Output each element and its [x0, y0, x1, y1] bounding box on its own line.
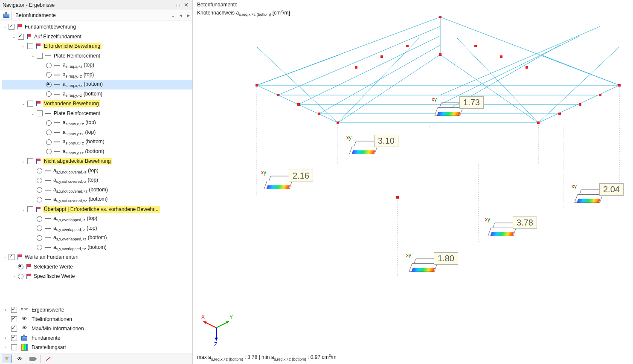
flag-icon — [17, 24, 23, 30]
camera-button[interactable] — [27, 355, 38, 363]
checkbox[interactable] — [27, 43, 33, 49]
tree-o4[interactable]: as,y,overlapped,+z (bottom) — [2, 243, 192, 253]
twisty-icon[interactable]: ⌄ — [30, 54, 36, 58]
tree-label: as,req,y,+z (bottom) — [62, 91, 102, 98]
pen-button[interactable] — [43, 355, 53, 363]
tree-n1[interactable]: as,x,not covered,-z (top) — [2, 166, 192, 176]
radio[interactable] — [46, 82, 52, 87]
twisty-icon[interactable]: ⌄ — [11, 35, 17, 39]
radio[interactable] — [37, 235, 42, 241]
radio[interactable] — [37, 216, 42, 222]
opt-ergebnis[interactable]: › x.xx Ergebniswerte — [0, 305, 192, 315]
tree-r1[interactable]: as,req,x,+z (top) — [2, 61, 192, 70]
twisty-icon[interactable]: › — [3, 345, 9, 350]
tree-n3[interactable]: as,x,not covered,+z (bottom) — [2, 185, 192, 195]
eye-button[interactable]: 👁 — [15, 355, 25, 363]
results-tree[interactable]: ⌄ Fundamentbewehrung ⌄ Auf Einzelfundame… — [0, 20, 192, 304]
twisty-icon[interactable]: › — [11, 274, 17, 278]
radio[interactable] — [46, 72, 52, 78]
flag-icon — [35, 43, 41, 49]
tree-o3[interactable]: as,x,overlapped,+z (bottom) — [2, 233, 192, 243]
checkbox[interactable] — [11, 316, 17, 322]
line-icon — [44, 215, 51, 222]
navigator-type-dropdown[interactable]: Betonfundamente ⌄ ◂ ▸ — [0, 10, 192, 20]
tree-n4[interactable]: as,y,not covered,+z (bottom) — [2, 195, 192, 205]
tree-label: Auf Einzelfundament — [33, 34, 81, 40]
twisty-icon[interactable]: ⌄ — [20, 159, 26, 163]
tree-vorhandene[interactable]: ⌄ Vorhandene Bewehrung — [2, 99, 192, 109]
tree-p4[interactable]: as,prov,y,+z (bottom) — [2, 147, 192, 157]
checkbox[interactable] — [27, 158, 33, 164]
tree-r4[interactable]: as,req,y,+z (bottom) — [2, 90, 192, 99]
opt-fundamente[interactable]: › Fundamente — [0, 333, 192, 343]
radio[interactable] — [46, 91, 52, 97]
tree-o2[interactable]: as,y,overlapped,-z (top) — [2, 224, 192, 234]
tree-plate1[interactable]: ⌄ Plate Reinforcement — [2, 51, 192, 61]
tree-werte[interactable]: ⌄ Werte an Fundamenten — [2, 252, 192, 262]
opt-darstellung[interactable]: › Darstellungsart — [0, 343, 192, 352]
chevron-down-icon[interactable]: ⌄ — [169, 12, 177, 18]
radio[interactable] — [18, 274, 23, 279]
tree-label: as,req,x,+z (bottom) — [62, 81, 103, 88]
tree-erforderliche[interactable]: ⌄ Erforderliche Bewehrung — [2, 41, 192, 51]
tree-nicht[interactable]: ⌄ Nicht abgedeckte Bewehrung — [2, 156, 192, 166]
twisty-icon[interactable]: ⌄ — [20, 101, 26, 106]
checkbox[interactable] — [11, 307, 17, 313]
pointer-button[interactable] — [2, 355, 12, 363]
radio[interactable] — [46, 130, 52, 135]
checkbox[interactable] — [11, 326, 17, 332]
checkbox[interactable] — [11, 335, 17, 341]
flag-icon — [26, 273, 32, 279]
checkbox[interactable] — [27, 101, 33, 107]
checkbox[interactable] — [37, 53, 43, 59]
twisty-icon[interactable]: ⌄ — [20, 207, 26, 211]
checkbox[interactable] — [9, 24, 15, 30]
flag-icon — [26, 264, 32, 270]
radio[interactable] — [37, 245, 42, 250]
tree-spez[interactable]: › Spezifische Werte — [2, 272, 192, 281]
tree-auf-einzel[interactable]: ⌄ Auf Einzelfundament — [2, 32, 192, 42]
tree-plate2[interactable]: ⌄ Plate Reinforcement — [2, 109, 192, 118]
model-viewport[interactable]: Betonfundamente Knotennachweis as,req,x,… — [193, 0, 633, 364]
checkbox[interactable] — [9, 254, 15, 260]
checkbox[interactable] — [11, 344, 17, 350]
twisty-icon[interactable]: ⌄ — [2, 25, 8, 29]
radio[interactable] — [46, 63, 52, 68]
opt-label: Titelinformationen — [31, 316, 72, 322]
opt-titel[interactable]: 👁 Titelinformationen — [0, 315, 192, 324]
radio[interactable] — [37, 187, 42, 193]
radio[interactable] — [46, 139, 52, 145]
close-icon[interactable]: ✕ — [182, 1, 190, 9]
twisty-icon[interactable]: ⌄ — [2, 255, 8, 259]
line-icon — [54, 81, 61, 88]
twisty-icon[interactable]: ⌄ — [30, 111, 36, 116]
checkbox[interactable] — [27, 206, 33, 212]
tree-ueberlappt[interactable]: ⌄ Überlappt | Erforderliche vs. vorhande… — [2, 205, 192, 214]
radio[interactable] — [37, 197, 42, 202]
radio[interactable] — [37, 168, 42, 173]
tree-n2[interactable]: as,y,not covered,-z (top) — [2, 176, 192, 185]
tree-o1[interactable]: as,x,overlapped,-z (top) — [2, 214, 192, 224]
tree-p1[interactable]: as,prov,x,+z (top) — [2, 118, 192, 128]
tree-r3-selected[interactable]: as,req,x,+z (bottom) — [2, 80, 192, 90]
twisty-icon[interactable]: › — [3, 336, 9, 340]
tree-p2[interactable]: as,prov,y,+z (top) — [2, 128, 192, 138]
radio[interactable] — [46, 120, 52, 126]
tree-p3[interactable]: as,prov,x,+z (bottom) — [2, 137, 192, 147]
radio[interactable] — [37, 178, 42, 183]
checkbox[interactable] — [37, 110, 43, 116]
radio[interactable] — [18, 264, 23, 269]
tree-sel[interactable]: Selektierte Werte — [2, 262, 192, 272]
nav-prev-icon[interactable]: ◂ — [177, 12, 185, 18]
pin-icon[interactable]: ◻ — [174, 1, 182, 9]
opt-maxmin[interactable]: 👁 Max/Min-Informationen — [0, 324, 192, 333]
radio[interactable] — [37, 225, 42, 231]
nav-next-icon[interactable]: ▸ — [185, 12, 192, 18]
tree-root[interactable]: ⌄ Fundamentbewehrung — [2, 22, 192, 32]
line-icon — [54, 62, 61, 69]
twisty-icon[interactable]: ⌄ — [20, 44, 26, 48]
radio[interactable] — [46, 149, 52, 154]
checkbox[interactable] — [18, 34, 24, 40]
tree-r2[interactable]: as,req,y,+z (top) — [2, 70, 192, 80]
twisty-icon[interactable]: › — [3, 308, 9, 312]
